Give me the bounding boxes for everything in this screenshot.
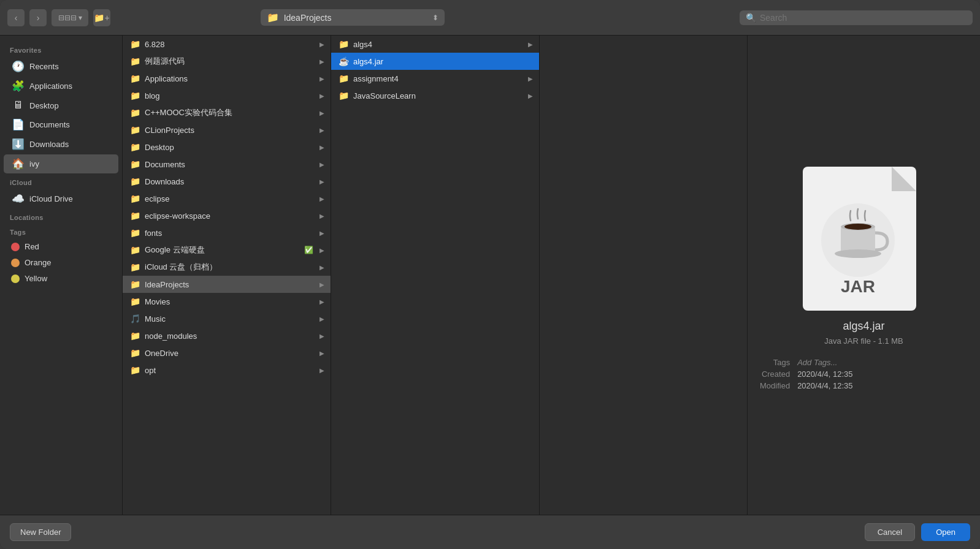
downloads-icon: ⬇️ [11, 138, 25, 151]
folder-icon: 📁 [129, 365, 141, 375]
created-value: 2020/4/4, 12:35 [797, 369, 968, 379]
path-selector[interactable]: 📁 IdeaProjects ⬍ [261, 9, 445, 26]
chevron-right-icon: ▶ [320, 127, 324, 134]
cancel-button[interactable]: Cancel [865, 523, 915, 541]
folder-icon: 📁 [129, 211, 141, 221]
list-item[interactable]: 📁 CLionProjects ▶ [123, 121, 331, 138]
list-item[interactable]: ☕ algs4.jar [331, 53, 539, 70]
home-icon: 🏠 [11, 157, 25, 170]
chevron-right-icon: ▶ [320, 93, 324, 99]
list-item[interactable]: 📁 Movies ▶ [123, 293, 331, 310]
sidebar-item-ivy[interactable]: 🏠 ivy [4, 154, 118, 173]
chevron-right-icon: ▶ [320, 298, 324, 305]
list-item[interactable]: 📁 eclipse ▶ [123, 190, 331, 207]
forward-button[interactable]: › [29, 9, 47, 26]
sidebar-item-tag-yellow[interactable]: Yellow [4, 271, 118, 286]
svg-point-7 [835, 249, 881, 258]
sidebar-desktop-label: Desktop [29, 101, 59, 110]
sidebar-red-label: Red [25, 242, 39, 251]
sidebar-ivy-label: ivy [29, 159, 39, 168]
path-name: IdeaProjects [284, 13, 432, 23]
sidebar-item-tag-orange[interactable]: Orange [4, 255, 118, 270]
new-folder-button[interactable]: New Folder [10, 523, 71, 541]
folder-icon: 📁 [129, 245, 141, 255]
list-item[interactable]: 📁 assignment4 ▶ [331, 70, 539, 87]
list-item[interactable]: 📁 algs4 ▶ [331, 36, 539, 53]
list-item[interactable]: 📁 例题源代码 ▶ [123, 53, 331, 70]
icloud-icon: ☁️ [11, 192, 25, 205]
folder-icon: 📁 [129, 331, 141, 341]
list-item[interactable]: 📁 iCloud 云盘（归档） ▶ [123, 259, 331, 276]
list-item[interactable]: 📁 Applications ▶ [123, 70, 331, 87]
list-item[interactable]: 📁 blog ▶ [123, 87, 331, 104]
view-toggle-button[interactable]: ⊟⊟⊟ ▾ [52, 9, 88, 26]
list-item[interactable]: 📁 OneDrive ▶ [123, 344, 331, 362]
chevron-right-icon: ▶ [320, 333, 324, 339]
list-item[interactable]: 📁 node_modules ▶ [123, 327, 331, 344]
folder-icon: 📁 [337, 91, 350, 100]
list-item[interactable]: 📁 C++MOOC实验代码合集 ▶ [123, 104, 331, 121]
chevron-right-icon: ▶ [528, 75, 533, 82]
file-preview-icon: JAR [797, 161, 932, 320]
chevron-right-icon: ▶ [320, 58, 324, 65]
documents-icon: 📄 [11, 118, 25, 131]
list-item[interactable]: 📁 Google 云端硬盘 ✅ ▶ [123, 241, 331, 259]
new-folder-toolbar-button[interactable]: 📁+ [93, 9, 110, 26]
list-item[interactable]: 📁 Downloads ▶ [123, 173, 331, 190]
sidebar-item-documents[interactable]: 📄 Documents [4, 115, 118, 134]
list-item[interactable]: 📁 Documents ▶ [123, 156, 331, 173]
chevron-right-icon: ▶ [320, 41, 324, 48]
chevron-right-icon: ▶ [320, 230, 324, 237]
list-item[interactable]: 📁 fonts ▶ [123, 224, 331, 241]
tags-value: Add Tags... [797, 358, 968, 367]
desktop-icon: 🖥 [11, 99, 25, 112]
search-input[interactable] [760, 13, 967, 23]
file-column-1: 📁 6.828 ▶ 📁 例题源代码 ▶ 📁 Applications ▶ 📁 b… [123, 36, 331, 515]
sidebar-applications-label: Applications [29, 81, 72, 91]
bottom-actions: Cancel Open [865, 523, 970, 541]
folder-icon: 🎵 [129, 314, 141, 324]
sidebar-item-recents[interactable]: 🕐 Recents [4, 57, 118, 76]
sidebar-orange-label: Orange [25, 258, 51, 267]
main-content: Favorites 🕐 Recents 🧩 Applications 🖥 Des… [0, 36, 980, 515]
open-button[interactable]: Open [921, 523, 970, 541]
chevron-right-icon: ▶ [320, 367, 324, 374]
sidebar-item-icloud-drive[interactable]: ☁️ iCloud Drive [4, 189, 118, 208]
chevron-right-icon: ▶ [320, 247, 324, 254]
folder-icon: 📁 [267, 12, 279, 23]
sidebar-icloud-label: iCloud Drive [29, 194, 73, 203]
preview-meta: Tags Add Tags... Created 2020/4/4, 12:35… [760, 358, 968, 390]
list-item[interactable]: 📁 Desktop ▶ [123, 138, 331, 156]
svg-point-6 [844, 224, 871, 230]
jar-file-icon: ☕ [337, 56, 350, 66]
sidebar-downloads-label: Downloads [29, 140, 69, 149]
chevron-right-icon: ▶ [320, 316, 324, 322]
chevron-right-icon: ▶ [320, 110, 324, 116]
search-box[interactable]: 🔍 [740, 10, 973, 25]
folder-icon: 📁 [129, 194, 141, 203]
chevron-right-icon: ▶ [320, 281, 324, 288]
sidebar-item-tag-red[interactable]: Red [4, 239, 118, 254]
file-columns: 📁 6.828 ▶ 📁 例题源代码 ▶ 📁 Applications ▶ 📁 b… [123, 36, 747, 515]
list-item[interactable]: 📁 6.828 ▶ [123, 36, 331, 53]
sidebar-item-desktop[interactable]: 🖥 Desktop [4, 96, 118, 115]
list-item[interactable]: 📁 JavaSourceLearn ▶ [331, 87, 539, 104]
list-item[interactable]: 🎵 Music ▶ [123, 310, 331, 327]
orange-dot [11, 259, 20, 267]
folder-icon: 📁 [129, 125, 141, 135]
list-item[interactable]: 📁 eclipse-workspace ▶ [123, 207, 331, 224]
list-item[interactable]: 📁 opt ▶ [123, 362, 331, 379]
columns-icon: ⊟⊟⊟ [58, 13, 77, 22]
preview-fileinfo: Java JAR file - 1.1 MB [824, 336, 903, 346]
chevron-right-icon: ▶ [320, 264, 324, 271]
sidebar-item-downloads[interactable]: ⬇️ Downloads [4, 135, 118, 154]
file-dialog: ‹ › ⊟⊟⊟ ▾ 📁+ 📁 IdeaProjects ⬍ 🔍 Favorite… [0, 0, 980, 549]
svg-rect-4 [841, 227, 875, 252]
chevron-right-icon: ▶ [320, 144, 324, 151]
folder-icon: 📁 [129, 108, 141, 118]
list-item[interactable]: 📁 IdeaProjects ▶ [123, 276, 331, 293]
sidebar-item-applications[interactable]: 🧩 Applications [4, 77, 118, 96]
chevron-right-icon: ▶ [320, 75, 324, 82]
chevron-right-icon: ▶ [320, 213, 324, 219]
back-button[interactable]: ‹ [7, 9, 25, 26]
